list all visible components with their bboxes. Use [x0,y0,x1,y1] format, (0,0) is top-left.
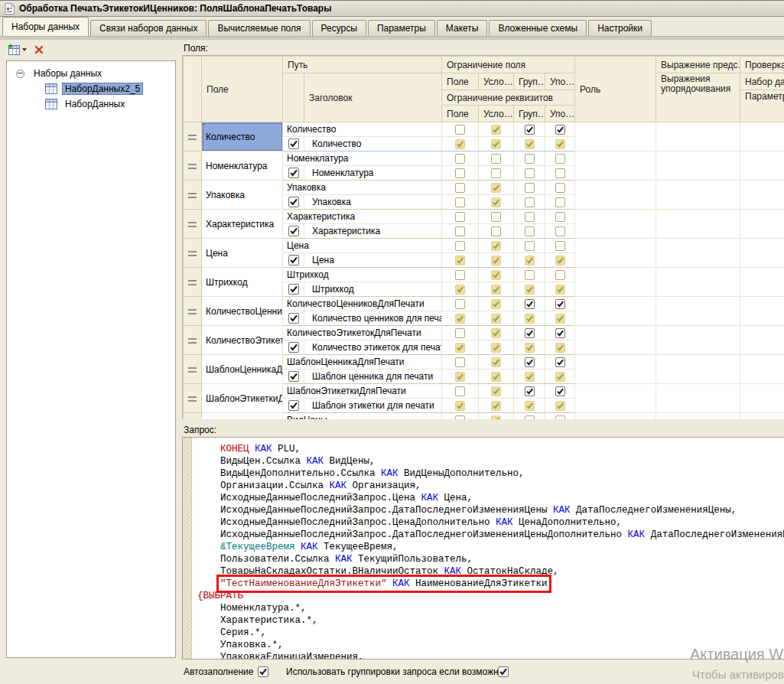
row-grip[interactable] [184,210,202,239]
field-restriction-cell[interactable] [545,210,575,224]
checkbox[interactable] [525,270,535,280]
checkbox[interactable] [491,299,501,309]
title-checkbox-cell[interactable] [283,340,304,355]
checkbox[interactable] [498,666,509,677]
checkbox[interactable] [491,183,501,193]
field-restriction-cell[interactable] [479,384,514,399]
field-restriction-cell[interactable] [514,122,545,137]
field-restriction-cell[interactable] [442,268,479,282]
field-restriction-cell[interactable] [442,239,479,253]
field-restriction-cell[interactable] [479,210,514,224]
col-title[interactable]: Заголовок [304,73,442,122]
col-sub-group2[interactable]: Груп… [514,106,545,122]
title-checkbox-cell[interactable] [283,224,304,239]
field-restriction-cell[interactable] [442,326,479,340]
attr-restriction-cell[interactable] [545,137,575,151]
role-cell[interactable] [575,151,656,181]
field-restriction-cell[interactable] [442,297,479,311]
checkbox[interactable] [555,415,565,419]
check-cell[interactable] [740,413,784,420]
field-restriction-cell[interactable] [545,384,575,399]
field-row[interactable]: УпаковкаУпаковка [184,181,784,195]
field-restriction-cell[interactable] [479,413,514,420]
field-name-cell[interactable]: ВидЦены [202,413,283,420]
attr-restriction-cell[interactable] [442,253,479,268]
col-field-restriction[interactable]: Ограничение поля [442,57,575,73]
col-sub-group[interactable]: Груп… [514,73,545,90]
checkbox[interactable] [455,226,465,236]
checkbox[interactable] [555,154,565,164]
checkbox[interactable] [491,197,501,207]
attr-restriction-cell[interactable] [514,370,545,384]
field-title-cell[interactable]: Количество ценников для печати [304,311,442,326]
query-line[interactable]: {ВЫБРАТЬ [197,590,784,602]
checkbox[interactable] [525,415,535,419]
field-row[interactable]: НоменклатураНоменклатура [184,151,784,166]
checkbox[interactable] [288,313,299,324]
tab-inactive[interactable]: Ресурсы [312,20,366,36]
title-checkbox-cell[interactable] [283,253,304,268]
check-cell[interactable] [740,181,784,210]
field-title-cell[interactable]: Цена [304,253,442,268]
field-restriction-cell[interactable] [545,268,575,282]
field-row[interactable]: ВидЦеныВидЦены [184,413,784,420]
checkbox[interactable] [555,270,565,280]
checkbox[interactable] [555,226,565,236]
tab-inactive[interactable]: Вложенные схемы [489,20,587,36]
attr-restriction-cell[interactable] [479,195,514,210]
role-cell[interactable] [575,326,656,355]
title-checkbox-cell[interactable] [283,195,304,210]
checkbox[interactable] [555,401,565,411]
attr-restriction-cell[interactable] [442,166,479,181]
query-line[interactable]: ИсходныеДанныеПоследнийЗапрос.ЦенаДополн… [197,516,784,529]
autofill-checkbox[interactable] [258,666,268,677]
field-restriction-cell[interactable] [545,239,575,253]
attr-restriction-cell[interactable] [545,195,575,210]
checkbox[interactable] [555,197,565,207]
checkbox[interactable] [491,386,501,396]
field-title-cell[interactable]: Шаблон ценника для печати [304,370,442,384]
col-order-expr[interactable]: Выражения упорядочивания [656,73,740,122]
field-row[interactable]: КоличествоКоличество [184,122,784,137]
field-restriction-cell[interactable] [545,151,575,166]
attr-restriction-cell[interactable] [545,399,575,413]
role-cell[interactable] [575,355,656,384]
use-grouping-checkbox[interactable] [498,666,509,677]
checkbox[interactable] [455,343,465,353]
query-editor[interactable]: КОНЕЦ КАК PLU, ВидыЦен.Ссылка КАК ВидЦен… [182,437,784,660]
query-line[interactable]: ИсходныеДанныеПоследнийЗапрос.Цена КАК Ц… [197,492,784,504]
field-restriction-cell[interactable] [514,384,545,399]
checkbox[interactable] [525,343,535,353]
presentation-expr-cell[interactable] [656,355,740,384]
tree-root-row[interactable]: Наборы данных [7,66,175,81]
presentation-expr-cell[interactable] [656,181,740,210]
field-restriction-cell[interactable] [479,326,514,340]
tree-item-label[interactable]: НаборДанных2_5 [62,83,143,95]
query-line[interactable]: ИсходныеДанныеПоследнийЗапрос.ДатаПослед… [197,529,784,541]
field-title-cell[interactable]: Количество этикеток для печати [304,340,442,355]
attr-restriction-cell[interactable] [442,399,479,413]
row-grip[interactable] [184,326,202,355]
checkbox[interactable] [491,415,501,419]
query-line[interactable]: КОНЕЦ КАК PLU, [197,443,784,455]
field-path-cell[interactable]: Штрихкод [283,268,442,282]
row-grip[interactable] [184,151,202,181]
title-checkbox-cell[interactable] [283,311,304,326]
field-restriction-cell[interactable] [545,181,575,195]
checkbox[interactable] [288,197,299,207]
query-line[interactable]: Номенклатура.*, [197,602,784,614]
field-row[interactable]: ШаблонЦенникаДлШаблонЦенникаДляПечати [184,355,784,370]
check-cell[interactable] [740,122,784,151]
role-cell[interactable] [575,268,656,297]
check-cell[interactable] [740,151,784,181]
col-dataset[interactable]: Набор дан [740,73,784,90]
presentation-expr-cell[interactable] [656,326,740,355]
checkbox[interactable] [491,270,501,280]
attr-restriction-cell[interactable] [545,340,575,355]
checkbox[interactable] [491,372,501,382]
row-grip[interactable] [184,268,202,297]
tree-item[interactable]: НаборДанных [7,96,175,112]
presentation-expr-cell[interactable] [656,151,740,181]
checkbox[interactable] [525,314,535,324]
row-grip[interactable] [184,122,202,151]
